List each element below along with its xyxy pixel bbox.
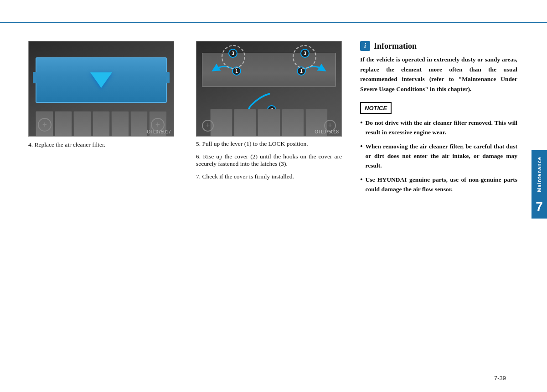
step6-text: 6. Rise up the cover (2) until the hooks… [196, 153, 342, 168]
info-header: i Information [360, 41, 517, 51]
step5-text: 5. Pull up the lever (1) to the LOCK pos… [196, 140, 342, 148]
notice-text-1: Do not drive with the air cleaner filter… [366, 118, 517, 137]
engine-image-left: + + [29, 41, 174, 136]
notice-item-2: • When removing the air cleaner filter, … [360, 142, 517, 171]
notice-text-3: Use HYUNDAI genuine parts, use of non-ge… [366, 175, 517, 194]
page-number: 7-39 [494, 374, 506, 382]
notice-item-3: • Use HYUNDAI genuine parts, use of non-… [360, 175, 517, 194]
side-tab: Maintenance 7 [532, 150, 547, 219]
step5-item: 5. Pull up the lever (1) to the LOCK pos… [196, 140, 342, 148]
step7-text: 7. Check if the cover is firmly installe… [196, 173, 342, 180]
image-right-label: OTL075018 [315, 129, 339, 134]
info-icon: i [360, 41, 370, 51]
step7-item: 7. Check if the cover is firmly installe… [196, 173, 342, 180]
info-title: Information [374, 41, 417, 51]
step4-caption: 4. Replace the air cleaner filter. [28, 140, 174, 148]
step6-item: 6. Rise up the cover (2) until the hooks… [196, 153, 342, 168]
bullet-1: • [360, 118, 363, 127]
notice-label: NOTICE [360, 102, 392, 114]
bullet-2: • [360, 142, 363, 151]
top-decorative-line [0, 22, 547, 23]
right-column: i Information If the vehicle is operated… [360, 41, 517, 199]
bullet-3: • [360, 175, 363, 184]
notice-block: NOTICE • Do not drive with the air clean… [360, 102, 517, 194]
information-block: i Information If the vehicle is operated… [360, 41, 517, 94]
image-left-container: + + OTL075017 [28, 41, 174, 137]
notice-text-2: When removing the air cleaner filter, be… [366, 142, 517, 171]
info-text: If the vehicle is operated in extremely … [360, 55, 517, 94]
steps-5-7-container: 5. Pull up the lever (1) to the LOCK pos… [196, 140, 342, 186]
step4-text: 4. Replace the air cleaner filter. [28, 141, 105, 148]
image-right-container: 1 1 3 3 2 + [196, 41, 342, 137]
notice-label-text: NOTICE [365, 105, 387, 112]
image-left-label: OTL075017 [147, 129, 171, 134]
engine-image-right: 1 1 3 3 2 + [196, 41, 341, 136]
side-tab-label: Maintenance [537, 157, 542, 192]
notice-item-1: • Do not drive with the air cleaner filt… [360, 118, 517, 137]
side-tab-number: 7 [536, 199, 543, 214]
